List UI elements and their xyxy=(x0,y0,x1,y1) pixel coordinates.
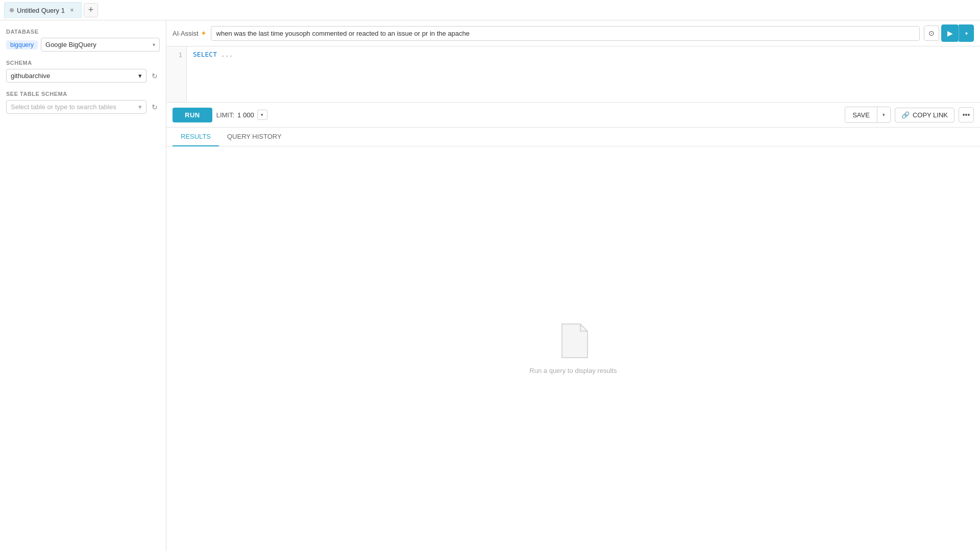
empty-state-icon xyxy=(558,323,589,359)
empty-state: Run a query to display results xyxy=(166,146,980,551)
sql-content[interactable]: SELECT ... xyxy=(187,46,980,102)
query-toolbar: RUN LIMIT: 1 000 ▾ SAVE ▾ 🔗 COPY LINK xyxy=(166,103,980,128)
more-options-button[interactable]: ••• xyxy=(959,107,974,122)
limit-label: LIMIT: xyxy=(216,111,234,119)
schema-select-row: githubarchive ▾ ↻ xyxy=(6,69,160,83)
ai-star-icon: ✦ xyxy=(201,29,207,37)
copy-link-label: COPY LINK xyxy=(913,111,948,119)
save-chevron-icon: ▾ xyxy=(883,112,885,117)
schema-section: SCHEMA githubarchive ▾ ↻ xyxy=(6,60,160,83)
tab-title: Untitled Query 1 xyxy=(17,7,65,14)
schema-refresh-icon[interactable]: ↻ xyxy=(150,70,160,82)
tab-results[interactable]: RESULTS xyxy=(173,128,219,146)
sql-keyword: SELECT xyxy=(193,51,217,58)
ai-assist-input[interactable] xyxy=(211,26,920,41)
tab-status-dot xyxy=(10,8,14,12)
run-button[interactable]: RUN xyxy=(173,108,212,122)
see-table-label: SEE TABLE SCHEMA xyxy=(6,91,160,97)
copy-link-button[interactable]: 🔗 COPY LINK xyxy=(895,108,954,122)
more-options-icon: ••• xyxy=(963,111,970,119)
ai-assist-label: AI·Assist ✦ xyxy=(173,29,207,37)
line-numbers: 1 xyxy=(166,46,187,102)
schema-dropdown[interactable]: githubarchive ▾ xyxy=(6,69,146,83)
new-tab-button[interactable]: + xyxy=(84,3,98,17)
content-area: AI·Assist ✦ ⊙ ▶ ▾ 1 xyxy=(166,20,980,551)
database-chevron-icon: ▾ xyxy=(153,42,155,47)
sql-editor: 1 SELECT ... xyxy=(166,46,980,103)
results-section: RESULTS QUERY HISTORY Run a query to dis… xyxy=(166,128,980,551)
limit-value: 1 000 xyxy=(237,111,254,119)
schema-value: githubarchive xyxy=(11,72,50,80)
tab-close-button[interactable]: × xyxy=(68,6,76,14)
sql-ellipsis: ... xyxy=(217,51,233,58)
save-button-group: SAVE ▾ xyxy=(845,107,891,123)
tab-bar: Untitled Query 1 × + xyxy=(0,0,980,20)
ai-clear-icon: ⊙ xyxy=(928,29,935,37)
schema-chevron-icon: ▾ xyxy=(138,72,142,80)
db-tag-badge: bigquery xyxy=(6,40,38,49)
query-tab[interactable]: Untitled Query 1 × xyxy=(4,2,82,18)
save-dropdown-button[interactable]: ▾ xyxy=(877,107,890,122)
table-schema-section: SEE TABLE SCHEMA Select table or type to… xyxy=(6,91,160,114)
database-value: Google BigQuery xyxy=(45,41,96,48)
database-dropdown[interactable]: Google BigQuery ▾ xyxy=(41,38,160,52)
ai-clear-button[interactable]: ⊙ xyxy=(924,26,939,41)
save-button[interactable]: SAVE xyxy=(845,108,877,122)
database-section: DATABASE bigquery Google BigQuery ▾ xyxy=(6,29,160,52)
tab-query-history[interactable]: QUERY HISTORY xyxy=(219,128,290,146)
database-label: DATABASE xyxy=(6,29,160,35)
ai-assist-bar: AI·Assist ✦ ⊙ ▶ ▾ xyxy=(166,20,980,46)
table-refresh-icon[interactable]: ↻ xyxy=(150,101,160,113)
main-layout: DATABASE bigquery Google BigQuery ▾ SCHE… xyxy=(0,20,980,551)
table-search-chevron-icon: ▾ xyxy=(138,103,142,111)
sidebar: DATABASE bigquery Google BigQuery ▾ SCHE… xyxy=(0,20,166,551)
limit-group: LIMIT: 1 000 ▾ xyxy=(216,110,267,120)
table-search-row: Select table or type to search tables ▾ … xyxy=(6,100,160,114)
ai-assist-text: AI·Assist xyxy=(173,30,199,37)
ai-expand-button[interactable]: ▾ xyxy=(959,24,974,42)
schema-label: SCHEMA xyxy=(6,60,160,66)
database-select-row: bigquery Google BigQuery ▾ xyxy=(6,38,160,52)
empty-state-text: Run a query to display results xyxy=(529,367,617,374)
ai-submit-button[interactable]: ▶ xyxy=(941,24,959,42)
results-tabs: RESULTS QUERY HISTORY xyxy=(166,128,980,146)
table-search-dropdown[interactable]: Select table or type to search tables ▾ xyxy=(6,100,146,114)
ai-expand-icon: ▾ xyxy=(965,31,968,36)
line-number-1: 1 xyxy=(166,51,186,60)
ai-submit-icon: ▶ xyxy=(947,29,953,37)
table-search-placeholder: Select table or type to search tables xyxy=(11,103,116,111)
limit-chevron-icon[interactable]: ▾ xyxy=(257,110,267,120)
ai-actions: ⊙ ▶ ▾ xyxy=(924,24,974,42)
link-icon: 🔗 xyxy=(901,111,910,119)
